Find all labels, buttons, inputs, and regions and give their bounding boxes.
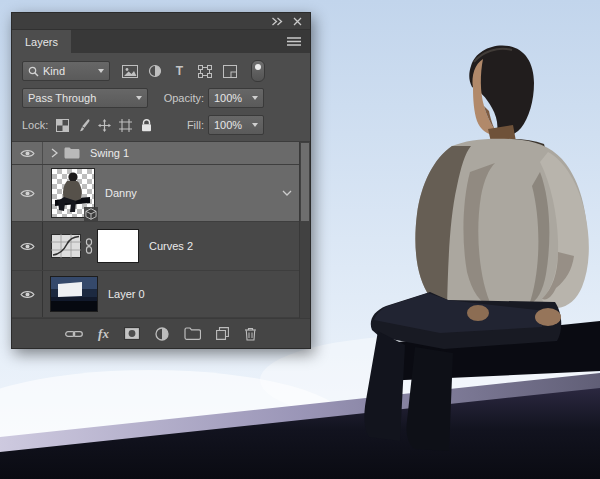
visibility-toggle[interactable] (12, 165, 43, 221)
opacity-select[interactable]: 100% (208, 88, 264, 108)
kind-filter-label: Kind (43, 65, 65, 77)
panel-tabbar: Layers (12, 30, 310, 53)
layers-panel: Layers Kind T (11, 12, 311, 349)
visibility-toggle[interactable] (12, 222, 43, 270)
chevron-down-icon[interactable] (282, 190, 292, 196)
layer-thumbnail[interactable] (51, 168, 95, 218)
adjustment-layer-filter-icon[interactable] (143, 61, 166, 81)
type-layer-filter-icon[interactable]: T (168, 61, 191, 81)
layer-name: Danny (105, 187, 137, 199)
layer-row-danny[interactable]: Danny (12, 165, 300, 222)
layer-style-icon[interactable]: fx (98, 327, 109, 340)
eye-icon (20, 188, 35, 199)
visibility-toggle[interactable] (12, 142, 43, 164)
pixel-layer-filter-icon[interactable] (118, 61, 141, 81)
opacity-label: Opacity: (158, 92, 204, 104)
kind-filter-select[interactable]: Kind (22, 61, 110, 81)
folder-icon (64, 147, 80, 159)
new-adjustment-layer-icon[interactable] (155, 327, 169, 341)
new-group-icon[interactable] (184, 327, 201, 340)
new-layer-icon[interactable] (216, 327, 229, 340)
opacity-value: 100% (214, 92, 242, 104)
chevron-down-icon (252, 123, 258, 127)
lock-artboard-icon[interactable] (115, 116, 136, 134)
layer-name: Layer 0 (108, 288, 145, 300)
mask-thumbnail[interactable] (97, 229, 139, 263)
chevron-down-icon (252, 96, 258, 100)
filter-toggle[interactable] (251, 60, 265, 82)
lock-label: Lock: (22, 119, 52, 131)
layer-thumbnail[interactable] (50, 276, 98, 312)
chevron-down-icon (136, 96, 142, 100)
filter-row: Kind T (22, 60, 300, 82)
chevron-down-icon (98, 69, 104, 73)
blend-mode-select[interactable]: Pass Through (22, 88, 148, 108)
curves-adjustment-thumbnail[interactable] (51, 234, 81, 258)
scrollbar-thumb[interactable] (301, 143, 309, 221)
layer-name: Curves 2 (149, 240, 193, 252)
lock-brush-icon[interactable] (73, 116, 94, 134)
visibility-toggle[interactable] (12, 271, 43, 317)
fill-select[interactable]: 100% (208, 115, 264, 135)
panel-footer: fx (12, 318, 310, 348)
blend-row: Pass Through Opacity: 100% (22, 87, 300, 109)
search-icon (28, 66, 39, 77)
fill-label: Fill: (158, 119, 204, 131)
panel-controls: Kind T Pass Through (12, 53, 310, 141)
mask-link-icon[interactable] (85, 238, 93, 254)
lock-move-icon[interactable] (94, 116, 115, 134)
smart-object-filter-icon[interactable] (218, 61, 241, 81)
delete-layer-icon[interactable] (244, 327, 257, 341)
link-layers-icon[interactable] (65, 329, 83, 339)
scrollbar[interactable] (299, 142, 310, 318)
add-mask-icon[interactable] (124, 327, 140, 340)
eye-icon (20, 241, 35, 252)
close-panel-icon[interactable] (293, 17, 302, 26)
eye-icon (20, 289, 35, 300)
lock-all-icon[interactable] (136, 116, 157, 134)
eye-icon (20, 148, 35, 159)
layer-name: Swing 1 (90, 147, 129, 159)
shape-layer-filter-icon[interactable] (193, 61, 216, 81)
layer-row-curves-2[interactable]: Curves 2 (12, 222, 300, 271)
layer-list: Swing 1 Danny (12, 141, 310, 318)
tab-layers-label: Layers (25, 36, 58, 48)
3d-badge-icon (84, 207, 98, 221)
panel-menu-icon[interactable] (278, 30, 310, 53)
fill-value: 100% (214, 119, 242, 131)
lock-transparent-icon[interactable] (52, 116, 73, 134)
tab-layers[interactable]: Layers (12, 30, 71, 53)
disclosure-icon[interactable] (51, 148, 58, 158)
panel-titlebar (12, 13, 310, 30)
lock-row: Lock: Fill: 100% (22, 114, 300, 136)
collapse-panel-icon[interactable] (271, 17, 283, 26)
filter-toggle-indicator (255, 64, 261, 70)
blend-mode-value: Pass Through (28, 92, 96, 104)
layer-row-swing-1[interactable]: Swing 1 (12, 142, 300, 165)
layer-row-layer-0[interactable]: Layer 0 (12, 271, 300, 318)
